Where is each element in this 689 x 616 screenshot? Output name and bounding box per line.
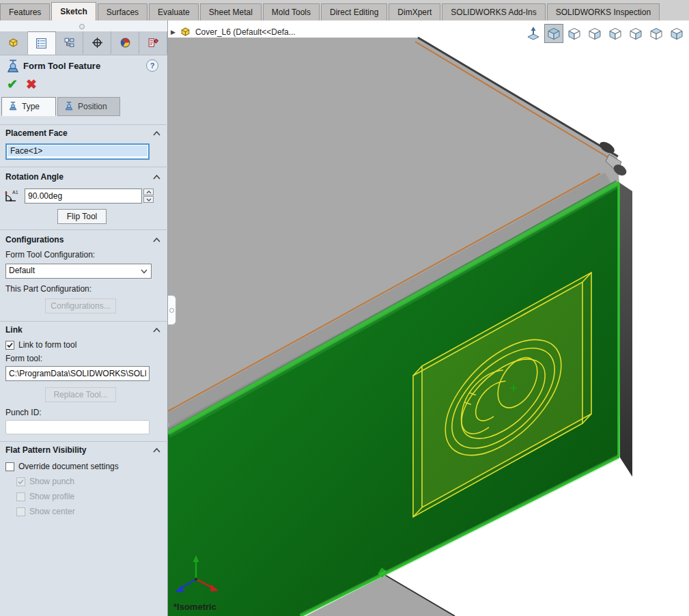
override-document-settings-checkbox[interactable]: Override document settings (5, 462, 119, 471)
ribbon-tab-surfaces[interactable]: Surfaces (98, 3, 147, 20)
checkbox-checked-icon[interactable] (5, 341, 14, 350)
rotation-angle-stepper[interactable] (143, 188, 154, 204)
view-back-button[interactable] (585, 24, 604, 43)
tab-position[interactable]: Position (57, 97, 120, 116)
divider (0, 321, 168, 322)
part-name[interactable]: Cover_L6 (Default<<Defa... (195, 27, 296, 37)
rotation-angle-icon: A1 (3, 188, 20, 205)
form-tool-label: Form tool: (5, 354, 42, 363)
show-punch-checkbox[interactable]: Show punch (16, 477, 74, 486)
section-placement-face: Placement Face (5, 128, 68, 138)
ribbon-tab-direct-editing[interactable]: Direct Editing (321, 3, 387, 20)
graphics-viewport[interactable]: ▶ Cover_L6 (Default<<Defa... (168, 20, 689, 616)
checkbox-unchecked-disabled-icon[interactable] (16, 492, 25, 501)
view-bottom-button[interactable] (667, 24, 686, 43)
property-manager-panel: Form Tool Feature ? ✔ ✖ Type Position Pl… (0, 20, 168, 616)
stepper-up-icon[interactable] (143, 188, 154, 195)
panel-flyout-handle[interactable] (168, 295, 176, 325)
view-right-button[interactable] (626, 24, 645, 43)
replace-tool-button[interactable]: Replace Tool... (45, 387, 116, 402)
link-to-form-tool-checkbox[interactable]: Link to form tool (5, 340, 76, 350)
show-center-checkbox[interactable]: Show center (16, 507, 75, 516)
property-manager-icon (36, 38, 47, 49)
view-toolbar (524, 24, 686, 43)
ribbon-tab-mold-tools[interactable]: Mold Tools (263, 3, 320, 20)
collapse-chevron-icon[interactable] (153, 328, 160, 333)
form-tool-icon (5, 59, 21, 75)
ribbon-tab-solidworks-inspection[interactable]: SOLIDWORKS Inspection (547, 3, 660, 20)
collapse-chevron-icon[interactable] (153, 238, 160, 242)
back-icon (587, 26, 602, 41)
ribbon-tab-sketch[interactable]: Sketch (51, 2, 96, 20)
rotation-angle-input[interactable] (25, 188, 142, 204)
tab-type[interactable]: Type (1, 97, 56, 116)
selected-face-item[interactable]: Face<1> (8, 145, 147, 156)
view-normal-to-button[interactable] (524, 24, 543, 43)
tab-position-label: Position (78, 102, 107, 111)
divider (0, 124, 168, 125)
part-configuration-label: This Part Configuration: (5, 284, 92, 294)
design-tree-icon (8, 37, 19, 48)
ribbon-tab-features[interactable]: Features (0, 3, 50, 20)
checkbox-unchecked-disabled-icon[interactable] (16, 507, 25, 516)
show-profile-checkbox[interactable]: Show profile (16, 492, 74, 501)
link-to-form-tool-label: Link to form tool (18, 340, 76, 350)
right-icon (628, 26, 643, 41)
view-front-button[interactable] (565, 24, 584, 43)
normal-to-icon (526, 26, 541, 41)
collapse-chevron-icon[interactable] (153, 175, 160, 180)
ribbon-tab-sheet-metal[interactable]: Sheet Metal (200, 3, 262, 20)
right-edge-face[interactable] (618, 182, 632, 477)
display-manager-icon (119, 37, 131, 48)
placement-face-listbox[interactable]: Face<1> (5, 143, 150, 160)
manager-tab-strip (0, 31, 167, 55)
tab-display-manager[interactable] (111, 31, 139, 54)
splitter-grip-icon (79, 24, 85, 29)
flip-tool-button[interactable]: Flip Tool (57, 209, 107, 224)
property-manager-header: Form Tool Feature ? (0, 56, 168, 76)
left-icon (608, 26, 623, 41)
cancel-button[interactable]: ✖ (26, 78, 37, 92)
configurations-button[interactable]: Configurations... (45, 298, 116, 313)
collapse-chevron-icon[interactable] (153, 131, 160, 136)
front-icon (567, 26, 582, 41)
dropdown-chevron-icon (141, 269, 147, 274)
collapse-chevron-icon[interactable] (153, 448, 160, 453)
bottom-icon (669, 26, 684, 41)
help-icon[interactable]: ? (146, 59, 158, 72)
tab-type-label: Type (22, 102, 40, 111)
tab-configuration-manager[interactable] (56, 31, 84, 54)
ribbon-tab-solidworks-add-ins[interactable]: SOLIDWORKS Add-Ins (442, 3, 545, 20)
tab-property-manager[interactable] (28, 31, 56, 55)
view-isometric-button[interactable] (544, 24, 563, 43)
panel-splitter-handle[interactable] (0, 20, 167, 32)
section-flat-pattern-visibility: Flat Pattern Visibility (5, 445, 86, 455)
inspection-manager-icon (147, 37, 159, 48)
checkbox-checked-disabled-icon[interactable] (16, 477, 25, 486)
ribbon-tab-dimxpert[interactable]: DimXpert (389, 3, 440, 20)
expand-tree-icon[interactable]: ▶ (171, 29, 175, 36)
divider (0, 441, 168, 442)
tab-dimxpert-manager[interactable] (83, 31, 111, 54)
flyout-grip-icon (169, 308, 174, 313)
form-tool-configuration-label: Form Tool Configuration: (5, 250, 95, 260)
punch-id-label: Punch ID: (5, 408, 42, 417)
stepper-down-icon[interactable] (143, 196, 154, 203)
ok-button[interactable]: ✔ (7, 78, 18, 92)
feature-breadcrumb[interactable]: ▶ Cover_L6 (Default<<Defa... (171, 26, 296, 38)
view-left-button[interactable] (606, 24, 625, 43)
view-top-button[interactable] (647, 24, 666, 43)
checkbox-unchecked-icon[interactable] (5, 462, 14, 471)
part-icon (180, 26, 191, 38)
configuration-manager-icon (64, 37, 75, 48)
form-tool-icon (64, 101, 74, 112)
svg-text:A1: A1 (12, 190, 18, 195)
form-tool-configuration-select[interactable]: Default (5, 264, 152, 279)
form-tool-path-input[interactable] (5, 366, 150, 381)
tab-feature-manager[interactable] (0, 31, 28, 54)
selected-configuration: Default (9, 266, 35, 275)
ribbon-tab-evaluate[interactable]: Evaluate (149, 3, 199, 20)
tab-inspection-manager[interactable] (139, 31, 167, 54)
punch-id-input[interactable] (5, 420, 150, 434)
divider (0, 229, 168, 230)
